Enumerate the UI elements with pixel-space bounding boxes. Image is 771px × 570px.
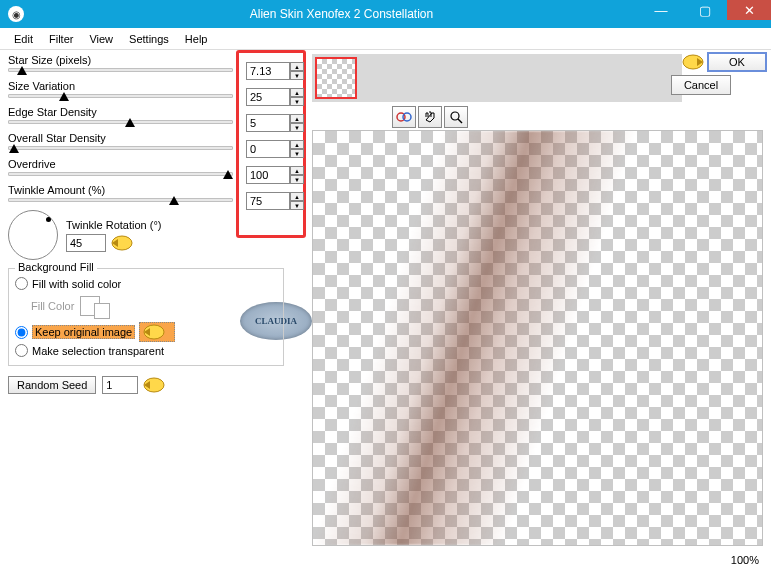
preview-area[interactable] [312,130,763,546]
settings-panel: Star Size (pixels) ▲▼ Size Variation ▲▼ … [0,50,312,570]
preview-panel: OK Cancel 100% [312,50,771,570]
pointer-hand-icon [675,53,705,71]
spin-down-icon[interactable]: ▼ [290,123,304,132]
spin-up-icon[interactable]: ▲ [290,166,304,175]
svg-line-11 [458,119,462,123]
overdrive-slider[interactable] [8,172,233,176]
svg-point-9 [403,113,411,121]
spin-down-icon[interactable]: ▼ [290,149,304,158]
fill-color-label: Fill Color [31,300,74,312]
toggle-preview-icon[interactable] [392,106,416,128]
random-seed-row: Random Seed [8,376,304,394]
preview-content [314,131,652,545]
overall-density-input[interactable] [246,140,290,158]
window-controls: — ▢ ✕ [639,0,771,20]
pointer-hand-icon [139,322,175,342]
menu-help[interactable]: Help [177,31,216,47]
overall-density-row: Overall Star Density ▲▼ [8,132,304,150]
rotation-label: Twinkle Rotation (°) [66,219,162,231]
spin-up-icon[interactable]: ▲ [290,62,304,71]
spin-up-icon[interactable]: ▲ [290,114,304,123]
spin-up-icon[interactable]: ▲ [290,88,304,97]
menu-settings[interactable]: Settings [121,31,177,47]
random-seed-input[interactable] [102,376,138,394]
preview-tools [312,106,763,128]
overdrive-row: Overdrive ▲▼ [8,158,304,176]
bg-fill-group-label: Background Fill [15,261,97,273]
twinkle-amount-row: Twinkle Amount (%) ▲▼ [8,184,304,202]
size-variation-input[interactable] [246,88,290,106]
thumbnail-strip [312,54,682,102]
twinkle-amount-slider[interactable] [8,198,233,202]
make-transparent-radio[interactable]: Make selection transparent [15,344,277,357]
fill-color-row: Fill Color [31,293,277,319]
size-variation-slider[interactable] [8,94,233,98]
spin-up-icon[interactable]: ▲ [290,192,304,201]
maximize-button[interactable]: ▢ [683,0,727,20]
random-seed-button[interactable]: Random Seed [8,376,96,394]
star-size-slider[interactable] [8,68,233,72]
twinkle-amount-input[interactable] [246,192,290,210]
ok-button[interactable]: OK [707,52,767,72]
twinkle-rotation-row: Twinkle Rotation (°) [8,210,304,260]
spin-down-icon[interactable]: ▼ [290,201,304,210]
pointer-hand-icon [142,376,172,394]
preset-thumbnail[interactable] [315,57,357,99]
pan-hand-icon[interactable] [418,106,442,128]
minimize-button[interactable]: — [639,0,683,20]
rotation-input[interactable] [66,234,106,252]
cancel-button[interactable]: Cancel [671,75,731,95]
edge-density-slider[interactable] [8,120,233,124]
edge-density-row: Edge Star Density ▲▼ [8,106,304,124]
menubar: Edit Filter View Settings Help [0,28,771,50]
spin-up-icon[interactable]: ▲ [290,140,304,149]
size-variation-row: Size Variation ▲▼ [8,80,304,98]
fill-color-swatch-bg[interactable] [94,303,110,319]
app-icon: ◉ [8,6,24,22]
overdrive-input[interactable] [246,166,290,184]
pointer-hand-icon [110,234,140,252]
menu-view[interactable]: View [81,31,121,47]
titlebar: ◉ Alien Skin Xenofex 2 Constellation — ▢… [0,0,771,28]
background-fill-group: Background Fill Fill with solid color Fi… [8,268,284,366]
star-size-input[interactable] [246,62,290,80]
fill-solid-radio[interactable]: Fill with solid color [15,277,277,290]
keep-original-radio[interactable]: Keep original image [15,322,277,342]
overall-density-slider[interactable] [8,146,233,150]
zoom-level: 100% [731,554,759,566]
menu-edit[interactable]: Edit [6,31,41,47]
rotation-dial[interactable] [8,210,58,260]
edge-density-input[interactable] [246,114,290,132]
zoom-icon[interactable] [444,106,468,128]
svg-point-10 [451,112,459,120]
close-button[interactable]: ✕ [727,0,771,20]
spin-down-icon[interactable]: ▼ [290,97,304,106]
menu-filter[interactable]: Filter [41,31,81,47]
spin-down-icon[interactable]: ▼ [290,175,304,184]
star-size-row: Star Size (pixels) ▲▼ [8,54,304,72]
spin-down-icon[interactable]: ▼ [290,71,304,80]
